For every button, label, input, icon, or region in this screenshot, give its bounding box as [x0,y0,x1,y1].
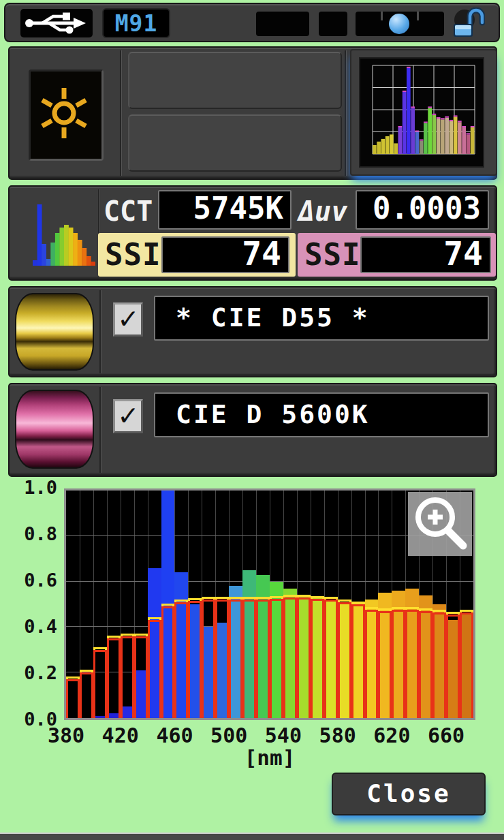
spectrum-icon [33,192,95,273]
reference-d55-name-field[interactable]: * CIE D55 * [154,296,489,341]
ref-d5600-bar [148,620,161,718]
x-tick-label: 620 [373,724,410,747]
chart-x-axis-unit: [nm] [65,745,474,770]
source-panel [8,46,497,180]
y-tick-label: 0.6 [10,570,57,591]
duv-label: Δuv [298,192,347,230]
readings-panel: CCT 5745K Δuv 0.0003 SSI 74 SSI 74 [8,185,497,281]
gel-roll-pink-icon [15,390,94,469]
divider [99,387,101,473]
reference-d55-checkbox[interactable]: ✓ [113,302,143,337]
ref-d5600-bar [283,597,297,718]
ref-d5600-bar [432,612,446,718]
ref-d5600-bar [324,600,338,718]
ssi-d5600-box: SSI 74 [298,233,496,277]
divider [99,290,101,373]
ssi-d5600-value-field: 74 [360,236,491,273]
ssi-d55-label: SSI [105,233,161,277]
check-icon: ✓ [119,397,138,432]
divider [120,50,121,176]
reference-row-d5600: ✓ CIE D 5600K [8,383,497,477]
y-tick-label: 0.8 [10,523,57,544]
ref-d5600-bar [338,602,351,718]
ref-d5600-bar [297,597,311,718]
ref-d5600-bar [80,672,93,718]
reference-row-d55: ✓ * CIE D55 * [8,286,497,377]
ref-d5600-bar [270,599,283,718]
ref-d5600-bar [446,615,460,718]
ref-d5600-bar [311,599,324,718]
ref-d5600-bar [405,610,419,718]
x-tick-label: 660 [428,724,464,747]
ref-d5600-bar [419,611,432,718]
x-tick-label: 380 [48,724,84,747]
duv-value-field: 0.0003 [356,190,489,230]
sun-icon [31,72,97,155]
check-icon: ✓ [119,300,138,335]
status-indicator-blank-1 [256,12,309,36]
ref-d5600-bar [134,636,148,718]
ref-d5600-bar [256,600,270,718]
ref-d5600-bar [161,606,175,718]
ref-d5600-bar [460,612,473,718]
cct-label: CCT [104,192,153,230]
spectrum-preview-button[interactable] [350,49,497,176]
ref-d5600-bar [378,611,392,718]
y-tick-label: 0.4 [10,616,57,637]
magnifier-plus-icon [408,492,472,556]
light-selection-ring-indicator[interactable] [356,12,444,36]
ring-ball-indicator [389,14,409,34]
device-screen: M91 [0,0,504,840]
ref-d5600-bar [188,601,202,718]
ref-d5600-bar [174,602,188,718]
ref-d5600-bar [392,610,405,718]
ref-d5600-bar [121,636,134,718]
usb-icon [20,9,93,37]
divider [345,50,346,176]
x-tick-label: 580 [319,724,356,747]
ssi-d55-box: SSI 74 [98,233,296,277]
x-tick-label: 460 [156,724,193,747]
spd-chart [64,488,475,720]
light-source-mode-button[interactable] [29,69,104,161]
ring-notch-left [381,12,383,20]
close-button[interactable]: Close [332,773,486,815]
ref-d5600-bar [242,600,256,718]
ref-d5600-bar [93,650,107,718]
ref-d5600-bar [229,600,242,718]
status-indicator-blank-2 [319,12,347,36]
ref-d5600-bar [215,600,229,718]
spectrum-thumbnail [359,57,484,168]
ref-d5600-bar [365,610,379,718]
zoom-chart-button[interactable] [408,492,472,556]
gel-roll-gold-icon [15,293,94,371]
x-tick-label: 540 [265,724,302,747]
title-plate-bottom [128,114,342,172]
ref-d5600-bar [351,604,365,718]
ssi-d55-value-field: 74 [161,236,289,273]
cct-value-field: 5745K [158,190,292,230]
unlock-icon [450,7,485,40]
ref-d5600-bar [66,679,80,718]
y-tick-label: 0.2 [10,662,57,683]
x-tick-label: 500 [210,724,247,747]
reference-d5600-name-field[interactable]: CIE D 5600K [154,392,489,437]
y-tick-label: 1.0 [10,477,57,498]
memory-slot-badge: M91 [102,8,170,38]
ssi-d5600-label: SSI [304,233,360,277]
x-tick-label: 420 [102,724,139,747]
bottom-edge-strip [0,833,504,840]
ref-d5600-bar [202,600,215,718]
ring-notch-right [417,12,419,20]
title-plate-top [128,52,342,109]
reference-d5600-checkbox[interactable]: ✓ [113,399,143,433]
status-bar: M91 [4,3,500,42]
ref-d5600-bar [107,638,121,718]
